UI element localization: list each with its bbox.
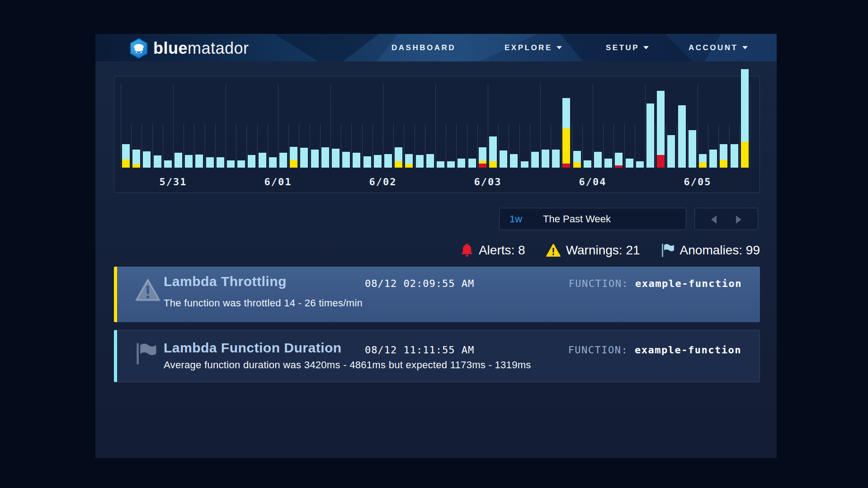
chevron-down-icon (557, 46, 562, 49)
timeline-bar[interactable] (720, 144, 727, 168)
next-arrow-icon[interactable] (736, 216, 741, 224)
timeline-bar[interactable] (237, 160, 245, 168)
timeline-bar[interactable] (646, 103, 654, 168)
nav-label: ACCOUNT (689, 43, 738, 52)
timeline-bar[interactable] (741, 69, 749, 168)
timeline-bar[interactable] (426, 154, 434, 168)
bar-segment-anomalies (604, 159, 612, 168)
timeline-bar[interactable] (206, 157, 214, 168)
timeline-bar[interactable] (416, 155, 424, 168)
timeline-bar[interactable] (195, 155, 203, 168)
timeline-bar[interactable] (405, 154, 413, 168)
timeline-bar[interactable] (731, 144, 738, 168)
timeline-bar[interactable] (709, 150, 717, 168)
timeline-bar[interactable] (552, 150, 560, 168)
bar-segment-anomalies (426, 154, 434, 168)
bar-segment-anomalies (709, 150, 717, 168)
bar-segment-anomalies (573, 151, 581, 162)
nav-item-dashboard[interactable]: DASHBOARD (392, 34, 456, 61)
timeline-bar[interactable] (290, 147, 297, 168)
time-range-selector[interactable]: 1w The Past Week (499, 208, 686, 230)
timeline-bar[interactable] (636, 161, 644, 168)
bar-segment-anomalies (332, 149, 340, 168)
timeline-bar[interactable] (269, 157, 277, 168)
bar-segment-warnings (405, 164, 413, 168)
timeline-bar[interactable] (175, 153, 182, 168)
timeline-bar[interactable] (678, 105, 686, 168)
bar-segment-anomalies (489, 136, 497, 161)
timeline-bar[interactable] (573, 151, 581, 168)
bluematador-logo[interactable]: bluematador (129, 38, 249, 59)
timeline-bar[interactable] (122, 144, 130, 168)
bar-segment-anomalies (405, 154, 413, 164)
timeline-bar[interactable] (311, 150, 319, 168)
timeline-bar[interactable] (479, 147, 486, 168)
bar-segment-anomalies (521, 161, 528, 168)
timeline-bar[interactable] (332, 149, 340, 168)
event-card-lambda-function-duration[interactable]: Lambda Function Duration 08/12 11:11:55 … (114, 330, 760, 382)
timeline-bar[interactable] (353, 153, 360, 168)
timeline-bar[interactable] (217, 157, 224, 168)
major-gridline (121, 84, 121, 169)
timeline-bar[interactable] (500, 150, 507, 168)
timeline-bar[interactable] (699, 154, 707, 168)
bar-segment-anomalies (510, 154, 518, 168)
event-timeline-chart[interactable]: 5/316/016/026/036/046/05 (114, 76, 760, 193)
timeline-bar[interactable] (437, 161, 444, 168)
event-card-lambda-throttling[interactable]: Lambda Throttling 08/12 02:09:55 AM FUNC… (114, 267, 760, 322)
nav-item-explore[interactable]: EXPLORE (505, 34, 562, 61)
bar-segment-anomalies (185, 155, 193, 168)
nav-item-account[interactable]: ACCOUNT (689, 34, 748, 61)
major-gridline (278, 84, 278, 169)
timeline-bar[interactable] (279, 153, 287, 168)
bar-segment-anomalies (164, 160, 172, 168)
timeline-bar[interactable] (689, 130, 696, 168)
x-axis-date-label: 6/02 (369, 176, 397, 188)
bar-segment-anomalies (699, 154, 707, 162)
timeline-bar[interactable] (562, 98, 570, 168)
timeline-bar[interactable] (154, 155, 161, 168)
nav-item-setup[interactable]: SETUP (606, 34, 649, 61)
timeline-bar[interactable] (584, 160, 591, 168)
timeline-bar[interactable] (143, 151, 151, 168)
timeline-bar[interactable] (510, 154, 518, 168)
timeline-bar[interactable] (185, 155, 193, 168)
bar-segment-warnings (489, 161, 497, 168)
timeline-bar[interactable] (468, 159, 476, 168)
major-gridline (435, 84, 436, 169)
timeline-bar[interactable] (604, 159, 612, 168)
timeline-bar[interactable] (447, 161, 455, 168)
bar-segment-anomalies (300, 148, 308, 168)
bar-segment-anomalies (195, 155, 203, 168)
anomalies-count: Anomalies: 99 (661, 243, 760, 258)
bar-segment-anomalies (657, 91, 665, 155)
bar-segment-anomalies (689, 130, 696, 168)
timeline-bar[interactable] (395, 147, 402, 168)
minor-gridline (404, 124, 404, 169)
timeline-bar[interactable] (227, 160, 235, 168)
previous-arrow-icon[interactable] (711, 216, 717, 224)
timeline-bar[interactable] (259, 153, 266, 168)
timeline-bar[interactable] (248, 155, 255, 168)
timeline-bar[interactable] (363, 156, 371, 168)
event-title: Lambda Function Duration (164, 340, 342, 356)
bar-segment-anomalies (132, 150, 140, 164)
timeline-bar[interactable] (342, 152, 350, 168)
timeline-bar[interactable] (521, 161, 528, 168)
timeline-bar[interactable] (132, 150, 140, 168)
major-gridline (698, 84, 698, 169)
timeline-bar[interactable] (374, 155, 382, 168)
timeline-bar[interactable] (542, 150, 549, 168)
timeline-bar[interactable] (321, 147, 329, 168)
timeline-bar[interactable] (594, 152, 602, 168)
timeline-bar[interactable] (384, 154, 392, 168)
timeline-bar[interactable] (667, 135, 675, 168)
timeline-bar[interactable] (489, 136, 497, 168)
timeline-bar[interactable] (657, 91, 665, 168)
timeline-bar[interactable] (531, 152, 539, 168)
timeline-bar[interactable] (300, 148, 308, 168)
timeline-bar[interactable] (164, 160, 172, 168)
timeline-bar[interactable] (458, 159, 465, 168)
timeline-bar[interactable] (626, 159, 633, 168)
timeline-bar[interactable] (615, 153, 623, 168)
